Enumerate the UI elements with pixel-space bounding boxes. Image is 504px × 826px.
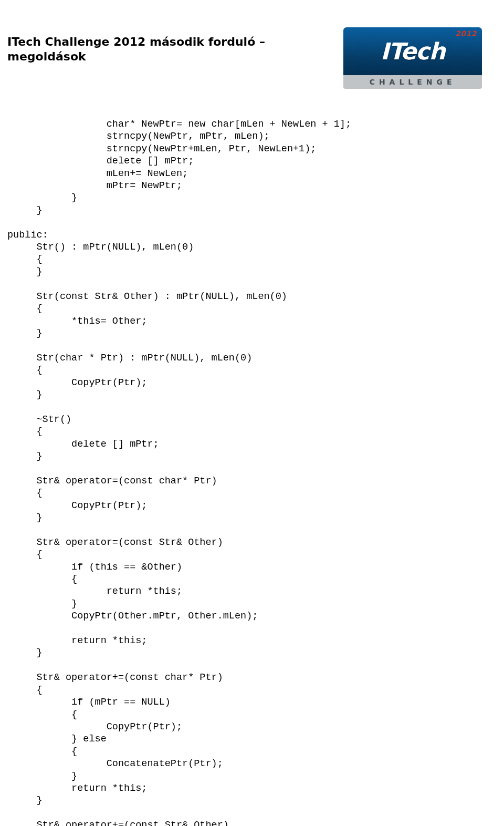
code-block: char* NewPtr= new char[mLen + NewLen + 1…	[0, 118, 482, 826]
logo-year: 2012	[455, 29, 477, 38]
page-title: ITech Challenge 2012 második forduló – m…	[7, 35, 343, 64]
page-header: ITech Challenge 2012 második forduló – m…	[0, 27, 482, 89]
logo: 2012 ITech CHALLENGE	[343, 27, 482, 89]
logo-word: ITech	[381, 38, 445, 65]
logo-bar: CHALLENGE	[343, 75, 482, 89]
document-page: ITech Challenge 2012 második forduló – m…	[0, 0, 504, 826]
logo-top: 2012 ITech	[343, 27, 482, 75]
